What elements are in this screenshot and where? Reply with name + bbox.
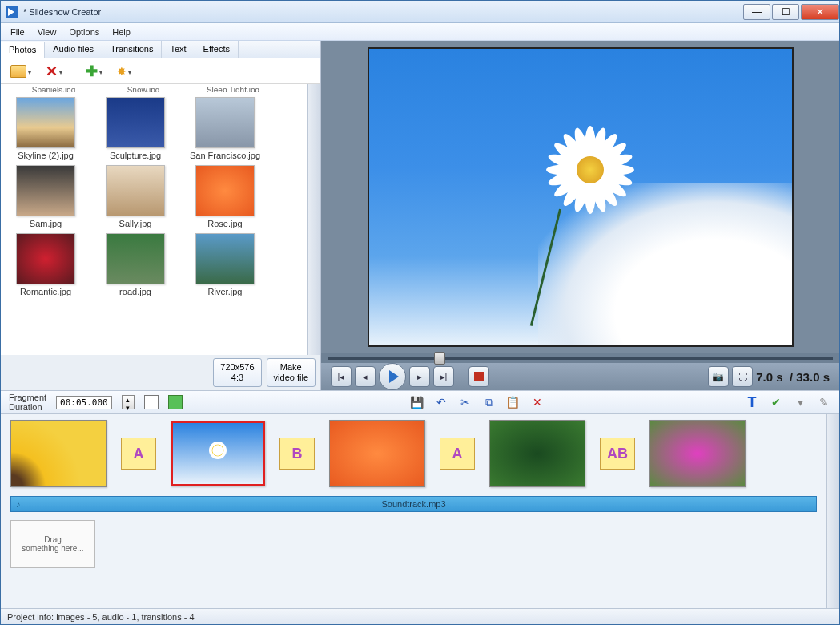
gallery-item[interactable]: Skyline (2).jpg <box>6 97 86 160</box>
thumbnail-image <box>16 97 75 148</box>
tab-photos[interactable]: Photos <box>1 42 45 58</box>
sun-icon: ✸ <box>117 65 127 78</box>
minimize-button[interactable]: — <box>743 4 770 20</box>
timeline-transition[interactable]: A <box>440 438 475 470</box>
thumbnail-label: Sam.jpg <box>6 219 86 228</box>
thumbnail-label: Romantic.jpg <box>6 287 86 296</box>
x-icon: ✕ <box>46 62 58 80</box>
save-icon[interactable]: 💾 <box>410 395 424 409</box>
effects-toggle-button[interactable]: ✸ <box>114 63 135 79</box>
photo-gallery[interactable]: Spaniels.jpgSnow.jpgSleep Tight.jpgSkyli… <box>1 84 307 355</box>
close-button[interactable]: ✕ <box>801 4 839 20</box>
background-color-swatch[interactable] <box>144 395 159 409</box>
thumbnail-label: Skyline (2).jpg <box>6 151 86 160</box>
thumbnail-image <box>106 165 165 216</box>
copy-icon[interactable]: ⧉ <box>482 395 496 409</box>
gallery-item[interactable]: Sally.jpg <box>95 165 175 228</box>
status-text: Project info: images - 5, audio - 1, tra… <box>7 612 195 622</box>
aspect-value: 4:3 <box>220 373 254 383</box>
tab-effects[interactable]: Effects <box>195 41 239 58</box>
thumbnail-image <box>106 233 165 284</box>
audio-track[interactable]: Soundtrack.mp3 <box>10 496 817 512</box>
delete-icon[interactable]: ✕ <box>530 395 545 409</box>
timeline-toolbar: Fragment Duration 00:05.000 ▴▾ 💾 ↶ ✂ ⧉ 📋… <box>1 390 839 414</box>
apply-icon[interactable]: ✔ <box>769 395 783 409</box>
text-tool-icon[interactable]: T <box>745 395 759 409</box>
playback-scrubber[interactable] <box>321 353 839 363</box>
apply-dropdown-icon[interactable]: ▾ <box>793 395 807 409</box>
gallery-item[interactable]: Rose.jpg <box>185 165 265 228</box>
stop-button[interactable] <box>468 366 489 387</box>
scrubber-thumb[interactable] <box>434 352 445 365</box>
thumbnail-label: San Francisco.jpg <box>185 151 265 160</box>
duration-stepper[interactable]: ▴▾ <box>122 395 135 409</box>
thumbnail-image <box>106 97 165 148</box>
tab-transitions[interactable]: Transitions <box>102 41 162 58</box>
assets-toolbar: ✕ ✚ ✸ <box>1 58 320 84</box>
thumbnail-image <box>16 165 75 216</box>
fullscreen-button[interactable]: ⛶ <box>732 366 753 387</box>
window-title: * Slideshow Creator <box>23 7 101 17</box>
gallery-scrollbar[interactable] <box>307 84 320 355</box>
gallery-item[interactable]: Romantic.jpg <box>6 233 86 296</box>
last-frame-button[interactable]: ▸| <box>433 366 454 387</box>
open-folder-button[interactable] <box>7 63 34 79</box>
next-button[interactable]: ▸ <box>409 366 430 387</box>
fragment-duration-input[interactable]: 00:05.000 <box>56 396 112 409</box>
first-frame-button[interactable]: |◂ <box>331 366 352 387</box>
maximize-button[interactable]: ☐ <box>772 4 799 20</box>
tab-audio[interactable]: Audio files <box>45 41 102 58</box>
menu-help[interactable]: Help <box>106 26 137 38</box>
prev-button[interactable]: ◂ <box>355 366 376 387</box>
timeline-track[interactable]: ABAAB <box>1 414 826 493</box>
remove-button[interactable]: ✕ <box>42 61 66 82</box>
tab-text[interactable]: Text <box>162 41 195 58</box>
gallery-item[interactable]: River.jpg <box>185 233 265 296</box>
thumbnail-label: River.jpg <box>185 287 265 296</box>
timeline-transition[interactable]: A <box>121 438 156 470</box>
resolution-value: 720x576 <box>220 362 254 373</box>
menu-view[interactable]: View <box>31 26 63 38</box>
timeline-transition[interactable]: AB <box>600 438 635 470</box>
statusbar: Project info: images - 5, audio - 1, tra… <box>1 608 839 624</box>
preview-pane: |◂ ◂ ▸ ▸| 📷 ⛶ 7.0 s / 33.0 s <box>321 41 839 390</box>
make-video-button[interactable]: Make video file <box>267 358 316 387</box>
face-tool-button[interactable] <box>168 395 183 409</box>
menu-options[interactable]: Options <box>62 26 106 38</box>
timeline: ABAAB Soundtrack.mp3 Drag something here… <box>1 414 839 608</box>
thumbnail-image <box>16 233 75 284</box>
add-button[interactable]: ✚ <box>82 61 106 82</box>
plus-icon: ✚ <box>86 62 98 80</box>
timeline-scrollbar[interactable] <box>826 414 839 608</box>
timeline-clip[interactable] <box>171 421 265 486</box>
brush-icon[interactable]: ✎ <box>817 395 831 409</box>
preview-canvas <box>369 49 792 345</box>
timeline-clip[interactable] <box>329 420 425 487</box>
app-window: * Slideshow Creator — ☐ ✕ File View Opti… <box>0 0 840 625</box>
cut-icon[interactable]: ✂ <box>458 395 472 409</box>
assets-pane: Photos Audio files Transitions Text Effe… <box>1 41 321 390</box>
menu-file[interactable]: File <box>4 26 31 38</box>
timeline-clip[interactable] <box>10 420 107 487</box>
timeline-clip[interactable] <box>489 420 585 487</box>
thumbnail-label: Sally.jpg <box>95 219 175 228</box>
playback-controls: |◂ ◂ ▸ ▸| 📷 ⛶ 7.0 s / 33.0 s <box>321 363 839 390</box>
gallery-item[interactable]: road.jpg <box>95 233 175 296</box>
separator <box>74 62 74 80</box>
play-button[interactable] <box>379 363 406 390</box>
thumbnail-label: road.jpg <box>95 287 175 296</box>
thumbnail-label: Sculpture.jpg <box>95 151 175 160</box>
titlebar: * Slideshow Creator — ☐ ✕ <box>1 1 839 23</box>
gallery-item[interactable]: San Francisco.jpg <box>185 97 265 160</box>
drop-zone[interactable]: Drag something here... <box>10 520 95 568</box>
gallery-item[interactable]: Sculpture.jpg <box>95 97 175 160</box>
folder-icon <box>10 65 26 78</box>
timeline-clip[interactable] <box>649 420 746 487</box>
undo-icon[interactable]: ↶ <box>434 395 448 409</box>
gallery-item[interactable]: Sam.jpg <box>6 165 86 228</box>
resolution-button[interactable]: 720x576 4:3 <box>213 358 261 387</box>
timeline-transition[interactable]: B <box>279 438 315 470</box>
paste-icon[interactable]: 📋 <box>506 395 520 409</box>
snapshot-button[interactable]: 📷 <box>708 366 729 387</box>
thumbnail-image <box>195 165 255 216</box>
